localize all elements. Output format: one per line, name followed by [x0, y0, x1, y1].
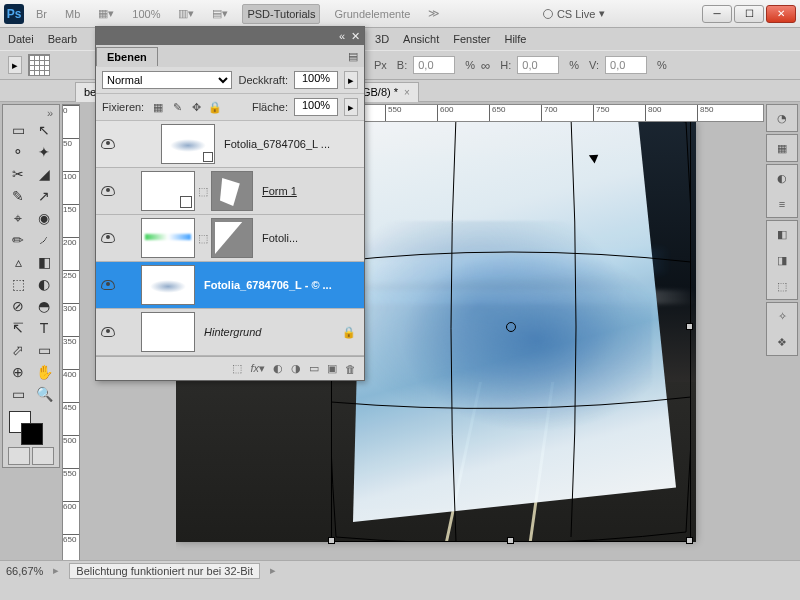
opacity-flyout[interactable]: ▸ — [344, 71, 358, 89]
handle-bl[interactable] — [328, 537, 335, 544]
menu-bearbeiten[interactable]: Bearb — [48, 33, 77, 45]
reference-point-grid[interactable] — [28, 54, 50, 76]
history-panel-icon[interactable]: ✧ — [772, 306, 792, 326]
arrange-button[interactable]: ▥▾ — [174, 4, 198, 24]
tool[interactable]: ⊘ — [5, 295, 31, 317]
minimize-button[interactable]: ─ — [702, 5, 732, 23]
tool[interactable]: 🔍 — [31, 383, 57, 405]
tool[interactable]: ✎ — [5, 185, 31, 207]
tool[interactable]: ✦ — [31, 141, 57, 163]
layer-row[interactable]: Fotolia_6784706_L - © ... — [96, 262, 364, 309]
handle-mr[interactable] — [686, 323, 693, 330]
layer-thumb[interactable] — [141, 171, 195, 211]
group-icon[interactable]: ▭ — [309, 362, 319, 375]
fx-icon[interactable]: fx▾ — [250, 362, 265, 375]
layer-name[interactable]: Fotolia_6784706_L ... — [218, 138, 364, 150]
link-icon[interactable]: ∞ — [481, 58, 490, 73]
tool[interactable]: ▭ — [5, 383, 31, 405]
status-zoom[interactable]: 66,67% — [6, 565, 43, 577]
fill-flyout[interactable]: ▸ — [344, 98, 358, 116]
minibridge-button[interactable]: Mb — [61, 4, 84, 24]
layer-mask[interactable] — [211, 218, 253, 258]
fill-input[interactable]: 100% — [294, 98, 338, 116]
lock-transparency-icon[interactable]: ▦ — [150, 99, 166, 115]
menu-hilfe[interactable]: Hilfe — [504, 33, 526, 45]
tool[interactable]: ◢ — [31, 163, 57, 185]
tool[interactable]: ↖ — [31, 119, 57, 141]
handle-br[interactable] — [686, 537, 693, 544]
quickmask-toggle[interactable] — [5, 447, 57, 465]
menu-fenster[interactable]: Fenster — [453, 33, 490, 45]
mask-icon[interactable]: ◐ — [273, 362, 283, 375]
visibility-toggle[interactable] — [96, 327, 120, 337]
visibility-toggle[interactable] — [96, 280, 120, 290]
tool[interactable]: ▵ — [5, 251, 31, 273]
w-input[interactable]: 0,0 — [413, 56, 455, 74]
opacity-input[interactable]: 100% — [294, 71, 338, 89]
lock-pixels-icon[interactable]: ✎ — [169, 99, 185, 115]
paths-panel-icon[interactable]: ⬚ — [772, 276, 792, 296]
vector-mask[interactable] — [211, 171, 253, 211]
color-panel-icon[interactable]: ◔ — [772, 108, 792, 128]
layer-name[interactable]: Form 1 — [256, 185, 364, 197]
layer-name[interactable]: Fotolia_6784706_L - © ... — [198, 279, 364, 291]
color-swatches[interactable] — [5, 409, 57, 445]
tool[interactable]: ▭ — [31, 339, 57, 361]
tool[interactable]: ✏ — [5, 229, 31, 251]
layers-tab[interactable]: Ebenen — [96, 47, 158, 66]
new-layer-icon[interactable]: ▣ — [327, 362, 337, 375]
actions-panel-icon[interactable]: ❖ — [772, 332, 792, 352]
transform-bounding-box[interactable] — [331, 122, 691, 542]
visibility-toggle[interactable] — [96, 233, 120, 243]
v-input[interactable]: 0,0 — [605, 56, 647, 74]
panel-close-icon[interactable]: ✕ — [351, 30, 360, 43]
layer-thumb[interactable] — [141, 312, 195, 352]
swatches-panel-icon[interactable]: ▦ — [772, 138, 792, 158]
layer-thumb[interactable] — [141, 218, 195, 258]
h-input[interactable]: 0,0 — [517, 56, 559, 74]
adjust-panel-icon[interactable]: ◐ — [772, 168, 792, 188]
panel-menu-icon[interactable]: ▤ — [342, 50, 364, 63]
layer-row[interactable]: Fotolia_6784706_L ... — [96, 121, 364, 168]
handle-bm[interactable] — [507, 537, 514, 544]
menu-ansicht[interactable]: Ansicht — [403, 33, 439, 45]
layer-row[interactable]: Hintergrund🔒 — [96, 309, 364, 356]
tool[interactable]: ▭ — [5, 119, 31, 141]
layer-row[interactable]: ⬚Fotoli... — [96, 215, 364, 262]
tool[interactable]: ⬚ — [5, 273, 31, 295]
tool[interactable]: ✂ — [5, 163, 31, 185]
layer-name[interactable]: Fotoli... — [256, 232, 364, 244]
delete-layer-icon[interactable]: 🗑 — [345, 363, 356, 375]
layer-thumb[interactable] — [141, 265, 195, 305]
panel-collapse-icon[interactable]: « — [339, 30, 345, 43]
tool[interactable]: ✋ — [31, 361, 57, 383]
layer-name[interactable]: Hintergrund — [198, 326, 334, 338]
transform-center[interactable] — [506, 322, 516, 332]
visibility-toggle[interactable] — [96, 139, 120, 149]
layer-thumb[interactable] — [161, 124, 215, 164]
tool[interactable]: ⊕ — [5, 361, 31, 383]
menu-3d[interactable]: 3D — [375, 33, 389, 45]
adjustment-icon[interactable]: ◑ — [291, 362, 301, 375]
styles-panel-icon[interactable]: ≡ — [772, 194, 792, 214]
tool[interactable]: ⟋ — [31, 229, 57, 251]
tool[interactable]: ⚬ — [5, 141, 31, 163]
visibility-toggle[interactable] — [96, 186, 120, 196]
tool[interactable]: ◓ — [31, 295, 57, 317]
toolpreset-button[interactable]: ▸ — [8, 56, 22, 74]
tool[interactable]: T — [31, 317, 57, 339]
workspace-tab-active[interactable]: PSD-Tutorials — [242, 4, 320, 24]
bridge-button[interactable]: Br — [32, 4, 51, 24]
workspace-more[interactable]: ≫ — [424, 4, 444, 24]
layers-panel[interactable]: «✕ Ebenen▤ Normal Deckkraft: 100% ▸ Fixi… — [95, 26, 365, 381]
lock-position-icon[interactable]: ✥ — [188, 99, 204, 115]
link-layers-icon[interactable]: ⬚ — [232, 362, 242, 375]
document-tab-close-icon[interactable]: × — [404, 87, 410, 98]
maximize-button[interactable]: ☐ — [734, 5, 764, 23]
tool[interactable]: ↗ — [31, 185, 57, 207]
lock-all-icon[interactable]: 🔒 — [207, 99, 223, 115]
tool[interactable]: ⬀ — [5, 339, 31, 361]
menu-datei[interactable]: Datei — [8, 33, 34, 45]
layers-panel-titlebar[interactable]: «✕ — [96, 27, 364, 45]
layers-panel-icon[interactable]: ◧ — [772, 224, 792, 244]
